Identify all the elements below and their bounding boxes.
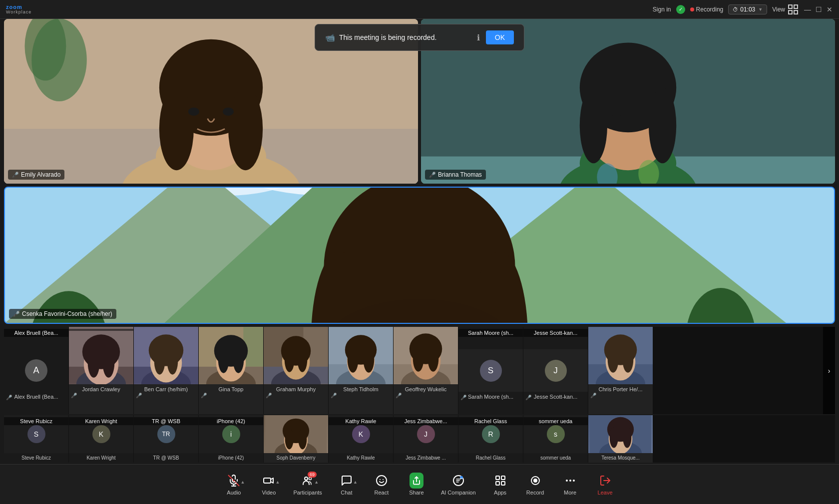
iphone-avatar: i: [222, 425, 240, 443]
leave-button[interactable]: Leave: [588, 474, 623, 496]
steph-mic: 🎤: [331, 393, 337, 398]
karen-name-top: Karen Wright: [69, 417, 133, 425]
svg-rect-136: [496, 482, 499, 485]
react-button[interactable]: React: [364, 474, 399, 496]
svg-point-12: [159, 87, 194, 170]
record-icon: [529, 475, 541, 487]
strip-next-arrow[interactable]: ›: [823, 327, 835, 414]
thumb-karen: Karen Wright K Karen Wright: [69, 415, 134, 463]
jess-label: Jess Zimbabwe ...: [394, 453, 458, 463]
recording-label: Recording: [696, 6, 724, 13]
timer-badge[interactable]: ⏱ 01:03 ▼: [728, 4, 767, 14]
chat-button[interactable]: ▲ Chat: [329, 474, 364, 496]
tr-label: TR @ WSB: [134, 453, 198, 463]
audio-label: Audio: [227, 490, 241, 496]
teresa-frame: [588, 415, 653, 453]
record-button[interactable]: Record: [518, 474, 553, 496]
video-button[interactable]: ▲ Video: [251, 474, 286, 496]
video-layout: 🎤 Emily Alvarado: [4, 19, 835, 463]
graham-mic: 🎤: [266, 393, 272, 398]
csenka-mic-icon: 🎤: [13, 311, 20, 317]
svg-point-13: [228, 87, 263, 170]
record-icon-wrap: [528, 474, 542, 488]
thumb-steve: Steve Rubicz S Steve Rubicz: [4, 415, 69, 463]
svg-point-99: [413, 345, 424, 372]
ben-frame: [134, 327, 198, 384]
react-icon-wrap: [375, 474, 389, 488]
ben-mic: 🎤: [136, 393, 142, 398]
more-icon: [564, 475, 576, 487]
svg-point-63: [102, 348, 114, 378]
participants-button[interactable]: 69 ▲ Participants: [286, 474, 329, 496]
alex-label: Alex Bruell (Bea...: [4, 392, 68, 402]
soph-label: Soph Davenberry: [264, 453, 328, 463]
svg-point-107: [622, 346, 633, 373]
notification-message: This meeting is being recorded.: [339, 33, 436, 41]
ai-icon-wrap: AI: [451, 474, 465, 488]
apps-button[interactable]: Apps: [483, 474, 518, 496]
gina-label: Gina Topp: [199, 384, 263, 394]
ai-companion-button[interactable]: AI AI Companion: [434, 474, 483, 496]
leave-label: Leave: [598, 490, 613, 496]
svg-rect-2: [789, 10, 792, 14]
svg-point-92: [348, 346, 359, 373]
more-icon-wrap: [563, 474, 577, 488]
sarah-mic: 🎤: [460, 395, 466, 400]
bottom-toolbar: ▲ Audio ▲ Video 69 ▲ Participants: [0, 464, 839, 504]
alex-name-top: Alex Bruell (Bea...: [4, 329, 68, 337]
workplace-brand: Workplace: [6, 10, 31, 14]
jordan-video: [69, 327, 133, 384]
svg-point-78: [233, 345, 244, 373]
video-chevron: ▲: [275, 480, 280, 485]
gina-mic: 🎤: [201, 393, 207, 398]
svg-point-26: [580, 87, 607, 163]
recording-badge: Recording: [690, 6, 724, 13]
sarah-avatar: S: [480, 360, 502, 382]
svg-rect-135: [501, 476, 505, 480]
thumb-soph: Soph Davenberry: [264, 415, 329, 463]
thumb-jess: Jess Zimbabwe... J Jess Zimbabwe ...: [394, 415, 458, 463]
zoom-brand: zoom: [6, 4, 31, 10]
steph-video: [329, 327, 393, 384]
chris-frame: [588, 327, 653, 384]
jordan-mic: 🎤: [71, 393, 77, 398]
brianna-mic-icon: 🎤: [429, 172, 436, 178]
svg-point-140: [566, 480, 568, 482]
audio-icon-wrap: ▲: [227, 474, 241, 488]
thumb-sarah: Sarah Moore (sh... S 🎤 Sarah Moore (sh..…: [458, 327, 523, 414]
maximize-button[interactable]: ☐: [815, 6, 822, 13]
steve-label: Steve Rubicz: [4, 453, 68, 463]
top-bar: zoom Workplace Sign in ✓ Recording ⏱ 01:…: [0, 0, 839, 19]
svg-point-27: [649, 87, 676, 163]
audio-icon: [228, 475, 240, 487]
share-green-bg: [410, 473, 423, 489]
thumb-steph: 🎤 Steph Tidholm: [329, 327, 394, 414]
close-button[interactable]: ✕: [826, 6, 833, 13]
audio-button[interactable]: ▲ Audio: [216, 474, 251, 496]
view-button[interactable]: View: [772, 3, 799, 15]
apps-icon: [494, 475, 506, 487]
svg-point-128: [380, 479, 381, 480]
thumb-ben: 🎤 Ben Carr (he/him): [134, 327, 199, 414]
minimize-button[interactable]: —: [804, 6, 811, 13]
sarah-name-top: Sarah Moore (sh...: [458, 329, 523, 337]
geoffrey-mic: 🎤: [396, 393, 402, 398]
thumb-geoffrey: 🎤 Geoffrey Wukelic: [394, 327, 458, 414]
more-button[interactable]: More: [553, 474, 588, 496]
thumb-graham: 01:04 🎤 Gra: [264, 327, 329, 414]
notification-ok-button[interactable]: OK: [486, 30, 514, 44]
share-icon-wrap: [410, 474, 423, 488]
geoffrey-video: [394, 327, 458, 384]
thumb-chris: 🎤 Chris Porter He/...: [588, 327, 653, 414]
jess-name-top: Jess Zimbabwe...: [394, 417, 458, 425]
steve-avatar: S: [27, 425, 45, 443]
chris-video: [588, 327, 653, 384]
share-button[interactable]: Share: [399, 474, 434, 496]
svg-point-119: [610, 427, 618, 448]
participants-icon-wrap: 69 ▲: [301, 474, 315, 488]
chat-icon: [341, 475, 353, 487]
notification-info-button[interactable]: ℹ: [477, 33, 480, 42]
participants-badge: 69: [308, 472, 317, 478]
svg-rect-0: [789, 5, 792, 8]
sign-in-button[interactable]: Sign in: [653, 6, 671, 13]
